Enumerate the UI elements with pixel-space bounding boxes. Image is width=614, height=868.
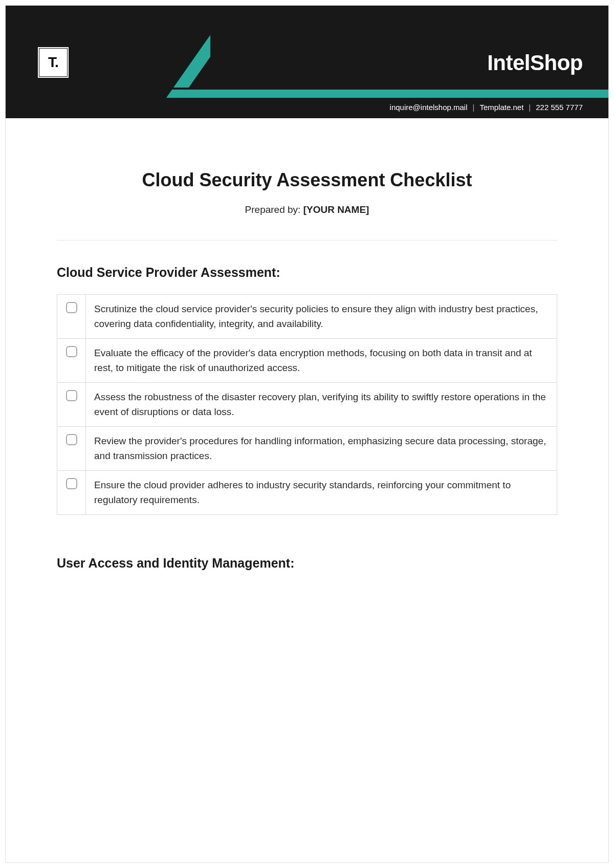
checkbox-cell [57, 383, 86, 427]
company-name: IntelShop [487, 51, 583, 75]
checklist-row: Evaluate the efficacy of the provider's … [57, 339, 557, 383]
checklist-table: Scrutinize the cloud service provider's … [57, 294, 557, 515]
content-area: Cloud Security Assessment Checklist Prep… [6, 118, 608, 605]
prepared-by-label: Prepared by: [245, 204, 303, 215]
checklist-item-text: Review the provider's procedures for han… [86, 427, 557, 471]
contact-phone: 222 555 7777 [536, 103, 583, 112]
contact-email: inquire@intelshop.mail [390, 103, 468, 112]
checkbox-icon[interactable] [66, 434, 77, 445]
checkbox-icon[interactable] [66, 302, 77, 313]
header-diagonal-accent [6, 6, 210, 98]
checkbox-cell [57, 427, 86, 471]
checklist-row: Scrutinize the cloud service provider's … [57, 295, 557, 339]
header: T. IntelShop inquire@intelshop.mail | Te… [6, 6, 608, 118]
checklist-item-text: Ensure the cloud provider adheres to ind… [86, 471, 557, 515]
divider [57, 240, 557, 241]
separator: | [529, 103, 531, 112]
section-title: Cloud Service Provider Assessment: [57, 265, 557, 280]
checkbox-icon[interactable] [66, 390, 77, 401]
checklist-row: Assess the robustness of the disaster re… [57, 383, 557, 427]
document-title: Cloud Security Assessment Checklist [57, 169, 557, 191]
logo: T. [37, 47, 69, 78]
checkbox-cell [57, 471, 86, 515]
separator: | [473, 103, 475, 112]
prepared-by: Prepared by: [YOUR NAME] [57, 204, 557, 215]
document-page: T. IntelShop inquire@intelshop.mail | Te… [5, 5, 609, 863]
contact-site: Template.net [479, 103, 523, 112]
checklist-row: Ensure the cloud provider adheres to ind… [57, 471, 557, 515]
checkbox-cell [57, 339, 86, 383]
checkbox-icon[interactable] [66, 478, 77, 489]
contact-bar: inquire@intelshop.mail | Template.net | … [390, 103, 583, 112]
checklist-item-text: Scrutinize the cloud service provider's … [86, 295, 557, 339]
checklist-row: Review the provider's procedures for han… [57, 427, 557, 471]
checklist-item-text: Assess the robustness of the disaster re… [86, 383, 557, 427]
section-title: User Access and Identity Management: [57, 556, 557, 571]
prepared-by-value: [YOUR NAME] [303, 204, 369, 215]
checkbox-icon[interactable] [66, 346, 77, 357]
checkbox-cell [57, 295, 86, 339]
logo-text: T. [48, 54, 58, 71]
checklist-item-text: Evaluate the efficacy of the provider's … [86, 339, 557, 383]
